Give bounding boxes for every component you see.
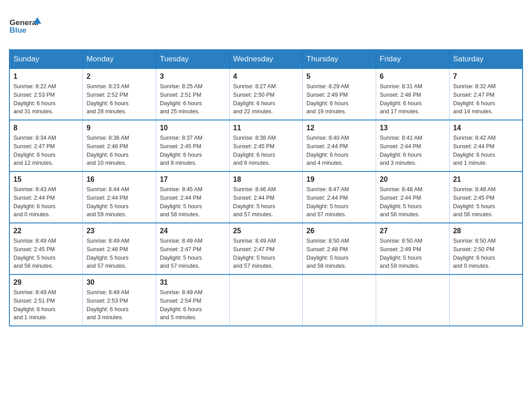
day-info: Sunrise: 8:22 AMSunset: 2:53 PMDaylight:…: [13, 82, 79, 116]
day-info: Sunrise: 8:34 AMSunset: 2:47 PMDaylight:…: [13, 134, 79, 167]
weekday-header-saturday: Saturday: [449, 50, 523, 68]
day-info: Sunrise: 8:32 AMSunset: 2:47 PMDaylight:…: [453, 82, 519, 116]
calendar-cell: 31 Sunrise: 8:49 AMSunset: 2:54 PMDaylig…: [156, 274, 229, 326]
day-info: Sunrise: 8:43 AMSunset: 2:44 PMDaylight:…: [13, 185, 79, 219]
calendar-cell: 14 Sunrise: 8:42 AMSunset: 2:44 PMDaylig…: [449, 120, 523, 171]
day-number: 9: [86, 124, 152, 132]
day-info: Sunrise: 8:31 AMSunset: 2:48 PMDaylight:…: [380, 82, 446, 116]
logo: General Blue: [9, 9, 45, 40]
day-number: 30: [86, 278, 152, 287]
day-info: Sunrise: 8:27 AMSunset: 2:50 PMDaylight:…: [233, 82, 299, 116]
calendar-cell: 19 Sunrise: 8:47 AMSunset: 2:44 PMDaylig…: [303, 171, 376, 223]
calendar-cell: 25 Sunrise: 8:49 AMSunset: 2:47 PMDaylig…: [229, 223, 303, 274]
day-info: Sunrise: 8:49 AMSunset: 2:53 PMDaylight:…: [86, 288, 152, 322]
weekday-header-row: SundayMondayTuesdayWednesdayThursdayFrid…: [9, 50, 523, 68]
day-number: 3: [160, 73, 226, 81]
calendar-cell: [229, 274, 303, 326]
day-info: Sunrise: 8:36 AMSunset: 2:46 PMDaylight:…: [86, 134, 152, 167]
weekday-header-wednesday: Wednesday: [229, 50, 303, 68]
day-number: 22: [13, 227, 79, 235]
day-number: 29: [13, 278, 79, 287]
day-number: 20: [380, 176, 446, 184]
day-info: Sunrise: 8:49 AMSunset: 2:51 PMDaylight:…: [13, 288, 79, 322]
calendar-week-4: 22 Sunrise: 8:49 AMSunset: 2:45 PMDaylig…: [9, 223, 523, 274]
day-info: Sunrise: 8:45 AMSunset: 2:44 PMDaylight:…: [160, 185, 226, 219]
day-info: Sunrise: 8:50 AMSunset: 2:49 PMDaylight:…: [380, 237, 446, 270]
calendar-cell: 10 Sunrise: 8:37 AMSunset: 2:45 PMDaylig…: [156, 120, 229, 171]
day-info: Sunrise: 8:50 AMSunset: 2:48 PMDaylight:…: [306, 237, 372, 270]
day-number: 6: [380, 73, 446, 81]
calendar-week-3: 15 Sunrise: 8:43 AMSunset: 2:44 PMDaylig…: [9, 171, 523, 223]
day-number: 13: [380, 124, 446, 132]
day-info: Sunrise: 8:41 AMSunset: 2:44 PMDaylight:…: [380, 134, 446, 167]
calendar-cell: 5 Sunrise: 8:29 AMSunset: 2:49 PMDayligh…: [303, 68, 376, 120]
calendar-cell: 24 Sunrise: 8:49 AMSunset: 2:47 PMDaylig…: [156, 223, 229, 274]
day-number: 27: [380, 227, 446, 235]
calendar-table: SundayMondayTuesdayWednesdayThursdayFrid…: [9, 49, 523, 326]
calendar-week-5: 29 Sunrise: 8:49 AMSunset: 2:51 PMDaylig…: [9, 274, 523, 326]
calendar-cell: 9 Sunrise: 8:36 AMSunset: 2:46 PMDayligh…: [83, 120, 156, 171]
calendar-cell: 4 Sunrise: 8:27 AMSunset: 2:50 PMDayligh…: [229, 68, 303, 120]
calendar-cell: 29 Sunrise: 8:49 AMSunset: 2:51 PMDaylig…: [9, 274, 83, 326]
day-number: 10: [160, 124, 226, 132]
day-number: 2: [86, 73, 152, 81]
day-number: 15: [13, 176, 79, 184]
weekday-header-monday: Monday: [83, 50, 156, 68]
calendar-cell: [449, 274, 523, 326]
calendar-cell: 20 Sunrise: 8:48 AMSunset: 2:44 PMDaylig…: [376, 171, 450, 223]
calendar-cell: 15 Sunrise: 8:43 AMSunset: 2:44 PMDaylig…: [9, 171, 83, 223]
day-info: Sunrise: 8:49 AMSunset: 2:54 PMDaylight:…: [160, 288, 226, 322]
calendar-cell: 7 Sunrise: 8:32 AMSunset: 2:47 PMDayligh…: [449, 68, 523, 120]
weekday-header-friday: Friday: [376, 50, 450, 68]
day-number: 28: [453, 227, 519, 235]
weekday-header-tuesday: Tuesday: [156, 50, 229, 68]
calendar-cell: 2 Sunrise: 8:23 AMSunset: 2:52 PMDayligh…: [83, 68, 156, 120]
weekday-header-sunday: Sunday: [9, 50, 83, 68]
calendar-cell: 1 Sunrise: 8:22 AMSunset: 2:53 PMDayligh…: [9, 68, 83, 120]
day-number: 8: [13, 124, 79, 132]
calendar-cell: [303, 274, 376, 326]
day-info: Sunrise: 8:25 AMSunset: 2:51 PMDaylight:…: [160, 82, 226, 116]
day-number: 4: [233, 73, 299, 81]
day-number: 21: [453, 176, 519, 184]
day-info: Sunrise: 8:46 AMSunset: 2:44 PMDaylight:…: [233, 185, 299, 219]
calendar-cell: 12 Sunrise: 8:40 AMSunset: 2:44 PMDaylig…: [303, 120, 376, 171]
logo-svg: General Blue: [9, 9, 45, 40]
calendar-week-1: 1 Sunrise: 8:22 AMSunset: 2:53 PMDayligh…: [9, 68, 523, 120]
day-number: 7: [453, 73, 519, 81]
calendar-cell: 28 Sunrise: 8:50 AMSunset: 2:50 PMDaylig…: [449, 223, 523, 274]
day-number: 31: [160, 278, 226, 287]
calendar-cell: 30 Sunrise: 8:49 AMSunset: 2:53 PMDaylig…: [83, 274, 156, 326]
day-number: 25: [233, 227, 299, 235]
day-info: Sunrise: 8:49 AMSunset: 2:46 PMDaylight:…: [86, 237, 152, 270]
calendar-cell: 16 Sunrise: 8:44 AMSunset: 2:44 PMDaylig…: [83, 171, 156, 223]
day-info: Sunrise: 8:37 AMSunset: 2:45 PMDaylight:…: [160, 134, 226, 167]
day-info: Sunrise: 8:49 AMSunset: 2:47 PMDaylight:…: [233, 237, 299, 270]
day-info: Sunrise: 8:38 AMSunset: 2:45 PMDaylight:…: [233, 134, 299, 167]
day-info: Sunrise: 8:49 AMSunset: 2:47 PMDaylight:…: [160, 237, 226, 270]
calendar-cell: 23 Sunrise: 8:49 AMSunset: 2:46 PMDaylig…: [83, 223, 156, 274]
day-info: Sunrise: 8:48 AMSunset: 2:45 PMDaylight:…: [453, 185, 519, 219]
day-number: 11: [233, 124, 299, 132]
calendar-cell: 11 Sunrise: 8:38 AMSunset: 2:45 PMDaylig…: [229, 120, 303, 171]
calendar-cell: 26 Sunrise: 8:50 AMSunset: 2:48 PMDaylig…: [303, 223, 376, 274]
day-info: Sunrise: 8:40 AMSunset: 2:44 PMDaylight:…: [306, 134, 372, 167]
day-number: 26: [306, 227, 372, 235]
calendar-cell: 13 Sunrise: 8:41 AMSunset: 2:44 PMDaylig…: [376, 120, 450, 171]
day-number: 1: [13, 73, 79, 81]
day-number: 24: [160, 227, 226, 235]
day-info: Sunrise: 8:23 AMSunset: 2:52 PMDaylight:…: [86, 82, 152, 116]
day-info: Sunrise: 8:48 AMSunset: 2:44 PMDaylight:…: [380, 185, 446, 219]
calendar-cell: 6 Sunrise: 8:31 AMSunset: 2:48 PMDayligh…: [376, 68, 450, 120]
calendar-cell: 8 Sunrise: 8:34 AMSunset: 2:47 PMDayligh…: [9, 120, 83, 171]
calendar-cell: [376, 274, 450, 326]
day-number: 14: [453, 124, 519, 132]
day-info: Sunrise: 8:47 AMSunset: 2:44 PMDaylight:…: [306, 185, 372, 219]
calendar-cell: 27 Sunrise: 8:50 AMSunset: 2:49 PMDaylig…: [376, 223, 450, 274]
calendar-week-2: 8 Sunrise: 8:34 AMSunset: 2:47 PMDayligh…: [9, 120, 523, 171]
day-info: Sunrise: 8:50 AMSunset: 2:50 PMDaylight:…: [453, 237, 519, 270]
calendar-cell: 3 Sunrise: 8:25 AMSunset: 2:51 PMDayligh…: [156, 68, 229, 120]
calendar-cell: 21 Sunrise: 8:48 AMSunset: 2:45 PMDaylig…: [449, 171, 523, 223]
svg-text:Blue: Blue: [9, 26, 26, 34]
calendar-cell: 17 Sunrise: 8:45 AMSunset: 2:44 PMDaylig…: [156, 171, 229, 223]
